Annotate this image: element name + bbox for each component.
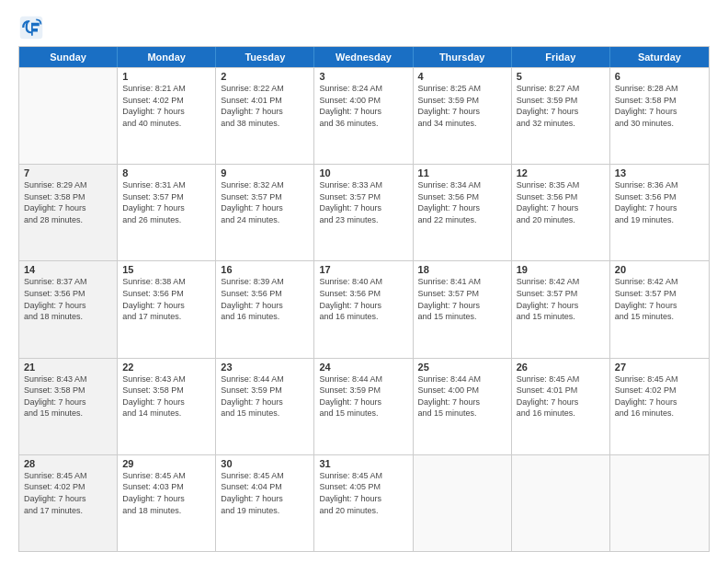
cell-info: Sunrise: 8:22 AM Sunset: 4:01 PM Dayligh…: [221, 83, 309, 129]
day-number: 3: [319, 71, 407, 82]
cal-cell-2-5: 19Sunrise: 8:42 AM Sunset: 3:57 PM Dayli…: [512, 261, 610, 357]
day-number: 27: [615, 362, 704, 373]
calendar-row-2: 14Sunrise: 8:37 AM Sunset: 3:56 PM Dayli…: [19, 260, 709, 357]
day-number: 17: [319, 264, 407, 275]
calendar-body: 1Sunrise: 8:21 AM Sunset: 4:02 PM Daylig…: [19, 67, 709, 551]
day-number: 29: [122, 458, 210, 469]
day-number: 6: [615, 71, 704, 82]
cal-cell-4-3: 31Sunrise: 8:45 AM Sunset: 4:05 PM Dayli…: [314, 455, 413, 551]
cell-info: Sunrise: 8:31 AM Sunset: 3:57 PM Dayligh…: [122, 179, 210, 225]
cal-cell-1-5: 12Sunrise: 8:35 AM Sunset: 3:56 PM Dayli…: [512, 165, 610, 260]
day-number: 1: [122, 71, 210, 82]
cell-info: Sunrise: 8:24 AM Sunset: 4:00 PM Dayligh…: [319, 83, 407, 129]
cal-cell-0-4: 4Sunrise: 8:25 AM Sunset: 3:59 PM Daylig…: [414, 68, 512, 164]
cal-cell-4-0: 28Sunrise: 8:45 AM Sunset: 4:02 PM Dayli…: [19, 455, 118, 551]
cal-cell-4-6: [610, 455, 709, 551]
cal-cell-1-4: 11Sunrise: 8:34 AM Sunset: 3:56 PM Dayli…: [414, 165, 512, 260]
header-day-tuesday: Tuesday: [216, 47, 314, 67]
cell-info: Sunrise: 8:35 AM Sunset: 3:56 PM Dayligh…: [517, 179, 605, 225]
cell-info: Sunrise: 8:44 AM Sunset: 3:59 PM Dayligh…: [319, 373, 407, 419]
cal-cell-0-3: 3Sunrise: 8:24 AM Sunset: 4:00 PM Daylig…: [314, 68, 413, 164]
day-number: 8: [122, 167, 210, 178]
day-number: 10: [319, 167, 407, 178]
cell-info: Sunrise: 8:44 AM Sunset: 3:59 PM Dayligh…: [221, 373, 309, 419]
cell-info: Sunrise: 8:45 AM Sunset: 4:05 PM Dayligh…: [319, 470, 407, 516]
cal-cell-4-4: [414, 455, 512, 551]
cal-cell-3-0: 21Sunrise: 8:43 AM Sunset: 3:58 PM Dayli…: [19, 359, 118, 454]
day-number: 31: [319, 458, 407, 469]
header-day-sunday: Sunday: [19, 47, 118, 67]
cell-info: Sunrise: 8:36 AM Sunset: 3:56 PM Dayligh…: [615, 179, 704, 225]
cell-info: Sunrise: 8:25 AM Sunset: 3:59 PM Dayligh…: [418, 83, 506, 129]
cell-info: Sunrise: 8:32 AM Sunset: 3:57 PM Dayligh…: [221, 179, 309, 225]
cal-cell-3-3: 24Sunrise: 8:44 AM Sunset: 3:59 PM Dayli…: [314, 359, 413, 454]
cell-info: Sunrise: 8:42 AM Sunset: 3:57 PM Dayligh…: [517, 276, 605, 322]
day-number: 2: [221, 71, 309, 82]
cal-cell-4-2: 30Sunrise: 8:45 AM Sunset: 4:04 PM Dayli…: [216, 455, 314, 551]
day-number: 9: [221, 167, 309, 178]
cell-info: Sunrise: 8:38 AM Sunset: 3:56 PM Dayligh…: [122, 276, 210, 322]
page: SundayMondayTuesdayWednesdayThursdayFrid…: [0, 0, 728, 563]
day-number: 23: [221, 362, 309, 373]
cell-info: Sunrise: 8:34 AM Sunset: 3:56 PM Dayligh…: [418, 179, 506, 225]
cal-cell-1-2: 9Sunrise: 8:32 AM Sunset: 3:57 PM Daylig…: [216, 165, 314, 260]
day-number: 13: [615, 167, 704, 178]
cell-info: Sunrise: 8:45 AM Sunset: 4:02 PM Dayligh…: [615, 373, 704, 419]
header-day-monday: Monday: [118, 47, 216, 67]
day-number: 28: [24, 458, 112, 469]
cell-info: Sunrise: 8:33 AM Sunset: 3:57 PM Dayligh…: [319, 179, 407, 225]
cal-cell-2-2: 16Sunrise: 8:39 AM Sunset: 3:56 PM Dayli…: [216, 261, 314, 357]
day-number: 24: [319, 362, 407, 373]
cal-cell-0-2: 2Sunrise: 8:22 AM Sunset: 4:01 PM Daylig…: [216, 68, 314, 164]
logo-icon: [18, 15, 44, 40]
day-number: 22: [122, 362, 210, 373]
cell-info: Sunrise: 8:27 AM Sunset: 3:59 PM Dayligh…: [517, 83, 605, 129]
cell-info: Sunrise: 8:39 AM Sunset: 3:56 PM Dayligh…: [221, 276, 309, 322]
day-number: 12: [517, 167, 605, 178]
day-number: 19: [517, 264, 605, 275]
day-number: 26: [517, 362, 605, 373]
cell-info: Sunrise: 8:42 AM Sunset: 3:57 PM Dayligh…: [615, 276, 704, 322]
cal-cell-1-1: 8Sunrise: 8:31 AM Sunset: 3:57 PM Daylig…: [118, 165, 216, 260]
cell-info: Sunrise: 8:28 AM Sunset: 3:58 PM Dayligh…: [615, 83, 704, 129]
header: [18, 15, 710, 40]
calendar: SundayMondayTuesdayWednesdayThursdayFrid…: [18, 46, 710, 552]
cal-cell-0-1: 1Sunrise: 8:21 AM Sunset: 4:02 PM Daylig…: [118, 68, 216, 164]
cell-info: Sunrise: 8:40 AM Sunset: 3:56 PM Dayligh…: [319, 276, 407, 322]
header-day-friday: Friday: [512, 47, 610, 67]
calendar-row-1: 7Sunrise: 8:29 AM Sunset: 3:58 PM Daylig…: [19, 164, 709, 260]
day-number: 5: [517, 71, 605, 82]
cell-info: Sunrise: 8:41 AM Sunset: 3:57 PM Dayligh…: [418, 276, 506, 322]
cal-cell-0-5: 5Sunrise: 8:27 AM Sunset: 3:59 PM Daylig…: [512, 68, 610, 164]
cal-cell-3-1: 22Sunrise: 8:43 AM Sunset: 3:58 PM Dayli…: [118, 359, 216, 454]
calendar-row-3: 21Sunrise: 8:43 AM Sunset: 3:58 PM Dayli…: [19, 358, 709, 454]
cell-info: Sunrise: 8:21 AM Sunset: 4:02 PM Dayligh…: [122, 83, 210, 129]
calendar-row-4: 28Sunrise: 8:45 AM Sunset: 4:02 PM Dayli…: [19, 454, 709, 551]
day-number: 4: [418, 71, 506, 82]
cal-cell-1-6: 13Sunrise: 8:36 AM Sunset: 3:56 PM Dayli…: [610, 165, 709, 260]
cal-cell-3-5: 26Sunrise: 8:45 AM Sunset: 4:01 PM Dayli…: [512, 359, 610, 454]
day-number: 20: [615, 264, 704, 275]
cal-cell-4-1: 29Sunrise: 8:45 AM Sunset: 4:03 PM Dayli…: [118, 455, 216, 551]
cal-cell-4-5: [512, 455, 610, 551]
cal-cell-2-1: 15Sunrise: 8:38 AM Sunset: 3:56 PM Dayli…: [118, 261, 216, 357]
cell-info: Sunrise: 8:45 AM Sunset: 4:01 PM Dayligh…: [517, 373, 605, 419]
cal-cell-2-0: 14Sunrise: 8:37 AM Sunset: 3:56 PM Dayli…: [19, 261, 118, 357]
cal-cell-0-6: 6Sunrise: 8:28 AM Sunset: 3:58 PM Daylig…: [610, 68, 709, 164]
cal-cell-2-3: 17Sunrise: 8:40 AM Sunset: 3:56 PM Dayli…: [314, 261, 413, 357]
day-number: 15: [122, 264, 210, 275]
cell-info: Sunrise: 8:45 AM Sunset: 4:03 PM Dayligh…: [122, 470, 210, 516]
day-number: 18: [418, 264, 506, 275]
cell-info: Sunrise: 8:45 AM Sunset: 4:04 PM Dayligh…: [221, 470, 309, 516]
calendar-row-0: 1Sunrise: 8:21 AM Sunset: 4:02 PM Daylig…: [19, 67, 709, 164]
cell-info: Sunrise: 8:37 AM Sunset: 3:56 PM Dayligh…: [24, 276, 112, 322]
header-day-wednesday: Wednesday: [314, 47, 413, 67]
calendar-header: SundayMondayTuesdayWednesdayThursdayFrid…: [19, 47, 709, 67]
cal-cell-3-4: 25Sunrise: 8:44 AM Sunset: 4:00 PM Dayli…: [414, 359, 512, 454]
header-day-thursday: Thursday: [414, 47, 512, 67]
logo: [18, 15, 50, 40]
day-number: 21: [24, 362, 112, 373]
cell-info: Sunrise: 8:43 AM Sunset: 3:58 PM Dayligh…: [122, 373, 210, 419]
cal-cell-3-2: 23Sunrise: 8:44 AM Sunset: 3:59 PM Dayli…: [216, 359, 314, 454]
day-number: 11: [418, 167, 506, 178]
